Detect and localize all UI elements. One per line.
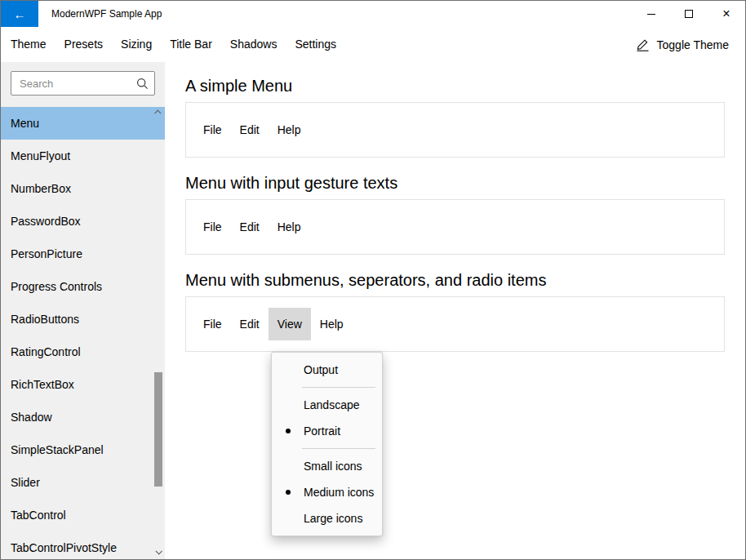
main-content: A simple Menu FileEditHelp Menu with inp… [165,62,745,559]
menu-demo-submenus: FileEditViewHelp [185,296,725,352]
search-input[interactable] [11,71,155,96]
menubar-items: ThemePresetsSizingTitle BarShadowsSettin… [2,27,345,62]
sidebar-item-radiobuttons[interactable]: RadioButtons [1,303,165,336]
sidebar-item-shadow[interactable]: Shadow [1,401,165,433]
scroll-down-button[interactable] [153,546,164,558]
back-arrow-icon: ← [14,7,26,21]
back-button[interactable]: ← [1,1,38,27]
sidebar-item-tabcontrolpivotstyle[interactable]: TabControlPivotStyle [1,531,165,559]
menu-bar-simple: FileEditHelp [194,113,309,146]
menu-demo-input-gesture: FileEditHelp [185,199,725,255]
menu-separator [302,448,375,449]
minimize-icon [647,14,655,15]
scrollbar-thumb[interactable] [154,372,162,487]
close-icon: × [722,7,730,20]
minimize-button[interactable] [633,1,670,27]
dropdown-item-large-icons[interactable]: Large icons [272,505,382,531]
app-window: ← ModernWPF Sample App × ThemePresetsSiz… [0,0,746,560]
menubar-item-sizing[interactable]: Sizing [112,27,161,62]
menu-item-file[interactable]: File [194,308,231,340]
dropdown-item-label: Portrait [304,424,340,438]
menu-bar-submenus: FileEditViewHelp [194,308,353,340]
window-title: ModernWPF Sample App [51,8,162,20]
sidebar-item-progress-controls[interactable]: Progress Controls [1,270,165,303]
menu-demo-simple: FileEditHelp [185,102,725,158]
titlebar: ← ModernWPF Sample App × [1,1,745,27]
menu-item-file[interactable]: File [194,211,231,243]
toggle-theme-button[interactable]: Toggle Theme [628,33,737,56]
window-controls: × [633,1,745,27]
sidebar-item-slider[interactable]: Slider [1,466,165,499]
menu-item-help[interactable]: Help [311,308,353,340]
menu-item-view[interactable]: View [269,308,311,340]
search-box [11,71,155,96]
toggle-theme-label: Toggle Theme [657,38,729,51]
menu-item-edit[interactable]: Edit [231,211,269,243]
section-title-simple-menu: A simple Menu [185,77,725,96]
sidebar-item-menu[interactable]: Menu [1,107,165,140]
maximize-icon [685,10,693,18]
dropdown-item-label: Output [304,363,338,376]
sidebar-item-numberbox[interactable]: NumberBox [1,172,165,205]
radio-bullet-icon [286,429,291,433]
sidebar-item-richtextbox[interactable]: RichTextBox [1,368,165,401]
close-button[interactable]: × [708,1,745,27]
menu-bar-input-gesture: FileEditHelp [194,211,309,243]
sidebar-item-tabcontrol[interactable]: TabControl [1,499,165,531]
menubar-item-title-bar[interactable]: Title Bar [161,27,221,62]
section-title-input-gesture: Menu with input gesture texts [185,174,725,193]
menu-item-file[interactable]: File [194,113,231,146]
menubar-item-presets[interactable]: Presets [56,27,112,62]
dropdown-item-portrait[interactable]: Portrait [272,418,382,444]
menu-item-edit[interactable]: Edit [231,113,269,146]
sidebar-scrollbar[interactable] [153,107,164,558]
menu-item-help[interactable]: Help [269,211,310,243]
dropdown-item-output[interactable]: Output [272,357,382,383]
sidebar: MenuMenuFlyoutNumberBoxPasswordBoxPerson… [1,62,165,559]
sidebar-item-ratingcontrol[interactable]: RatingControl [1,336,165,368]
sidebar-item-passwordbox[interactable]: PasswordBox [1,205,165,238]
menubar-item-theme[interactable]: Theme [2,27,56,62]
section-title-submenus: Menu with submenus, seperators, and radi… [185,271,725,290]
menubar-item-settings[interactable]: Settings [286,27,345,62]
chevron-up-icon [154,109,161,116]
app-menubar: ThemePresetsSizingTitle BarShadowsSettin… [1,27,745,62]
scroll-up-button[interactable] [153,107,164,118]
sidebar-item-simplestackpanel[interactable]: SimpleStackPanel [1,433,165,466]
dropdown-item-small-icons[interactable]: Small icons [272,453,382,479]
menu-item-edit[interactable]: Edit [231,308,269,340]
chevron-down-icon [155,548,162,554]
search-icon [136,78,149,90]
maximize-button[interactable] [670,1,708,27]
sidebar-list: MenuMenuFlyoutNumberBoxPasswordBoxPerson… [1,107,165,559]
dropdown-item-label: Large icons [304,512,362,525]
dropdown-item-landscape[interactable]: Landscape [272,392,382,418]
edit-pencil-icon [636,38,650,51]
dropdown-item-label: Landscape [304,398,360,411]
sidebar-item-menuflyout[interactable]: MenuFlyout [1,140,165,172]
dropdown-item-label: Small icons [304,460,362,473]
menubar-item-shadows[interactable]: Shadows [221,27,286,62]
view-dropdown-menu: OutputLandscapePortraitSmall iconsMedium… [271,352,383,536]
sidebar-item-personpicture[interactable]: PersonPicture [1,238,165,270]
dropdown-item-medium-icons[interactable]: Medium icons [272,479,382,505]
menu-separator [302,387,375,388]
menu-item-help[interactable]: Help [269,113,310,146]
dropdown-item-label: Medium icons [304,486,374,499]
radio-bullet-icon [286,490,291,495]
